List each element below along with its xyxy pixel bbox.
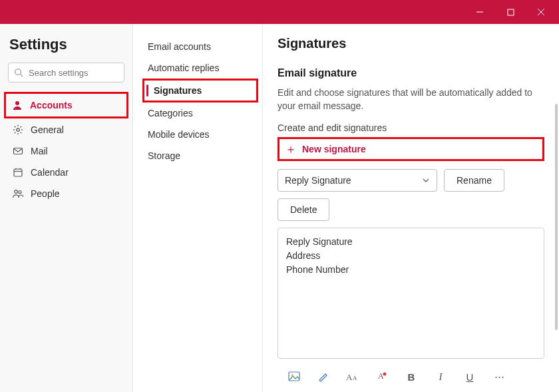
font-size-icon: AA (346, 371, 359, 382)
underline-button[interactable]: U (463, 369, 477, 384)
bold-button[interactable]: B (404, 369, 419, 384)
delete-button[interactable]: Delete (278, 198, 329, 221)
svg-point-7 (17, 128, 19, 131)
sidebar-item-mail[interactable]: Mail (8, 141, 124, 161)
rename-button[interactable]: Rename (444, 169, 504, 192)
sidebar-item-label: Calendar (31, 167, 69, 178)
font-color-icon: A (376, 371, 388, 383)
svg-line-14 (21, 126, 22, 128)
search-box[interactable] (8, 63, 124, 83)
new-signature-button[interactable]: ＋ New signature (278, 137, 544, 161)
signature-select-row: Reply Signature Rename (278, 169, 544, 192)
subhead: Create and edit signatures (278, 122, 544, 133)
delete-row: Delete (278, 198, 544, 221)
sidebar-item-accounts[interactable]: Accounts (7, 95, 125, 115)
people-icon (12, 188, 24, 200)
body: Settings Accounts (0, 24, 559, 392)
insert-image-button[interactable] (287, 369, 301, 384)
svg-rect-1 (508, 9, 514, 15)
editor-line: Reply Signature (286, 235, 536, 249)
section-title: Email signature (278, 67, 544, 79)
svg-point-6 (15, 101, 19, 105)
minimize-button[interactable] (465, 0, 495, 24)
svg-text:A: A (346, 372, 353, 382)
highlighter-button[interactable] (316, 369, 331, 384)
app-window: Settings Accounts (0, 0, 559, 392)
more-formatting-button[interactable]: ⋯ (492, 369, 506, 384)
svg-text:A: A (378, 371, 384, 381)
mail-icon (12, 145, 24, 157)
accounts-submenu: Email accounts Automatic replies Signatu… (133, 24, 263, 392)
scrollbar[interactable] (555, 104, 558, 330)
maximize-button[interactable] (495, 0, 526, 24)
image-icon (288, 371, 300, 382)
sidebar-item-label: General (31, 124, 64, 135)
format-toolbar: AA A B I U ⋯ (278, 363, 544, 387)
close-icon (537, 8, 545, 16)
page-title: Signatures (278, 36, 544, 51)
svg-line-13 (21, 132, 22, 134)
svg-text:A: A (353, 375, 357, 381)
minimize-icon (476, 8, 484, 16)
settings-nav: Accounts General Mail (8, 92, 124, 204)
svg-point-22 (19, 191, 21, 194)
sidebar-item-general[interactable]: General (8, 120, 124, 140)
submenu-item-email-accounts[interactable]: Email accounts (142, 36, 258, 57)
search-icon (14, 68, 23, 77)
signature-editor[interactable]: Reply Signature Address Phone Number (278, 228, 544, 359)
sidebar-item-calendar[interactable]: Calendar (8, 162, 124, 182)
highlight-accounts: Accounts (4, 92, 128, 118)
italic-button[interactable]: I (433, 369, 448, 384)
close-button[interactable] (526, 0, 556, 24)
section-desc: Edit and choose signatures that will be … (278, 86, 544, 113)
selection-bar (146, 85, 148, 97)
titlebar (0, 0, 559, 24)
sidebar-item-label: Accounts (30, 100, 73, 110)
submenu-item-mobile-devices[interactable]: Mobile devices (142, 124, 258, 145)
svg-line-12 (15, 126, 16, 128)
maximize-icon (507, 9, 514, 16)
svg-line-5 (21, 75, 23, 77)
chevron-down-icon (422, 176, 430, 184)
submenu-item-categories[interactable]: Categories (142, 102, 258, 124)
editor-line: Address (286, 249, 536, 263)
search-input[interactable] (27, 67, 142, 79)
highlighter-icon (317, 371, 329, 383)
settings-sidebar: Settings Accounts (0, 24, 133, 392)
svg-point-21 (15, 190, 18, 194)
sidebar-item-label: People (31, 188, 60, 199)
gear-icon (12, 124, 24, 136)
signature-select-value: Reply Signature (285, 175, 351, 186)
sidebar-item-people[interactable]: People (8, 184, 124, 204)
plus-icon: ＋ (285, 143, 297, 155)
new-signature-label: New signature (302, 144, 366, 154)
svg-point-28 (383, 373, 387, 376)
submenu-item-signatures[interactable]: Signatures (142, 79, 258, 102)
settings-title: Settings (9, 36, 124, 53)
calendar-icon (12, 166, 24, 178)
submenu-item-automatic-replies[interactable]: Automatic replies (142, 57, 258, 79)
sidebar-item-label: Mail (31, 146, 48, 156)
signature-select[interactable]: Reply Signature (278, 169, 437, 192)
editor-line: Phone Number (286, 263, 536, 277)
person-icon (11, 99, 23, 111)
submenu-item-storage[interactable]: Storage (142, 145, 258, 166)
font-size-button[interactable]: AA (345, 369, 360, 384)
font-color-button[interactable]: A (375, 369, 389, 384)
svg-line-15 (15, 132, 16, 134)
svg-point-4 (15, 69, 21, 75)
svg-rect-17 (14, 169, 22, 176)
main-content: Signatures Email signature Edit and choo… (263, 24, 559, 392)
